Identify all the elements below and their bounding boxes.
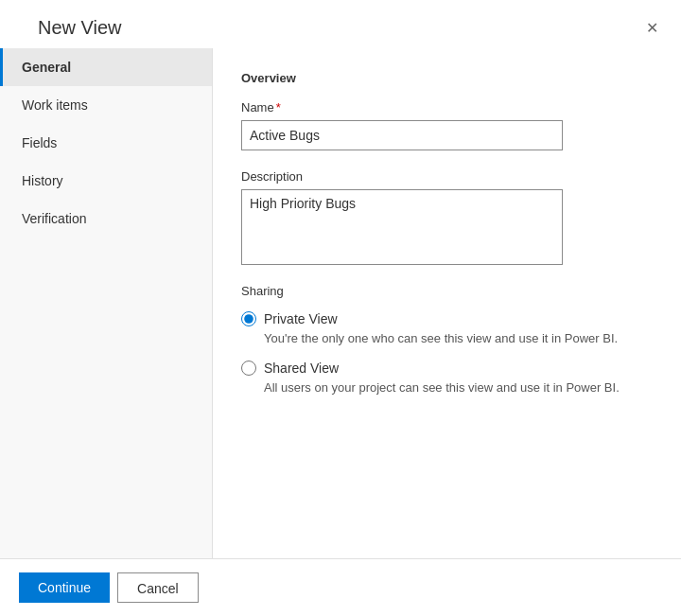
sidebar-item-work-items[interactable]: Work items [0,86,212,124]
shared-view-description: All users on your project can see this v… [264,379,653,396]
continue-button[interactable]: Continue [19,572,110,603]
name-input[interactable] [241,120,563,150]
close-button[interactable]: ✕ [642,15,662,41]
shared-view-option: Shared View All users on your project ca… [241,361,653,396]
private-view-description: You're the only one who can see this vie… [264,330,653,347]
overview-section-title: Overview [241,71,653,85]
shared-view-radio[interactable] [241,361,256,376]
cancel-button[interactable]: Cancel [117,572,199,603]
dialog-body: General Work items Fields History Verifi… [0,48,681,558]
shared-view-text: Shared View [264,361,339,376]
description-label: Description [241,169,653,184]
description-input[interactable]: High Priority Bugs [241,189,563,265]
dialog-header: New View ✕ [0,0,681,48]
private-view-radio[interactable] [241,311,256,326]
dialog-title: New View [38,17,122,39]
main-content: Overview Name* Description High Priority… [213,48,681,558]
sidebar: General Work items Fields History Verifi… [0,48,213,558]
new-view-dialog: New View ✕ General Work items Fields His… [0,0,681,616]
sidebar-item-fields[interactable]: Fields [0,124,212,162]
private-view-label[interactable]: Private View [241,311,653,326]
required-indicator: * [276,100,281,114]
name-field-group: Name* [241,100,653,150]
dialog-footer: Continue Cancel [0,558,681,616]
sidebar-item-verification[interactable]: Verification [0,200,212,238]
sharing-group: Sharing Private View You're the only one… [241,284,653,396]
sidebar-item-general[interactable]: General [0,48,212,86]
sidebar-item-history[interactable]: History [0,162,212,200]
sharing-section-title: Sharing [241,284,653,298]
description-field-group: Description High Priority Bugs [241,169,653,265]
private-view-option: Private View You're the only one who can… [241,311,653,347]
private-view-text: Private View [264,311,338,326]
shared-view-label[interactable]: Shared View [241,361,653,376]
name-label: Name* [241,100,653,114]
